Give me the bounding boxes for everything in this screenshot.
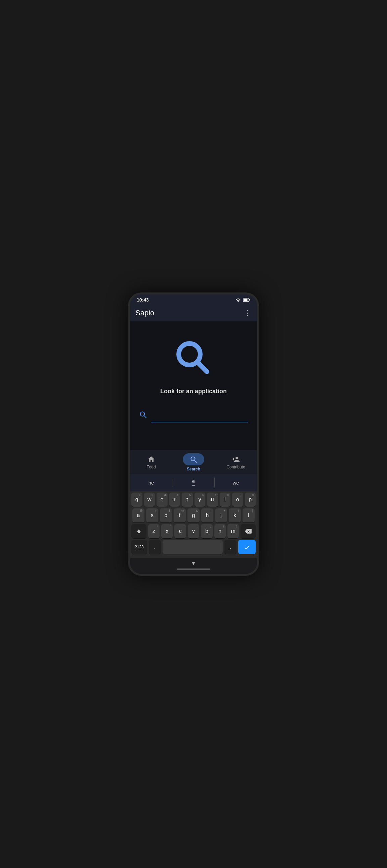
shift-icon: [136, 528, 142, 534]
key-z[interactable]: *z: [148, 524, 159, 538]
app-bar: Sapio ⋮: [130, 305, 257, 321]
key-v[interactable]: :v: [188, 524, 199, 538]
nav-item-contribute[interactable]: Contribute: [222, 455, 249, 469]
key-i[interactable]: 8i: [220, 493, 231, 507]
home-indicator: [177, 568, 210, 570]
search-nav-icon: [189, 455, 198, 463]
key-q[interactable]: 1q: [131, 493, 143, 507]
keyboard-row-1: 1q 2w 3e 4r 5t 6y 7u 8i 9o 0p: [131, 493, 256, 507]
key-w[interactable]: 2w: [144, 493, 155, 507]
search-input[interactable]: [151, 412, 247, 423]
battery-icon: [243, 298, 250, 302]
look-for-text: Look for an application: [160, 388, 227, 395]
bottom-nav: Feed Search Contribute: [130, 450, 257, 474]
key-e[interactable]: 3e: [156, 493, 168, 507]
svg-line-4: [197, 362, 207, 372]
key-m[interactable]: ?m: [228, 524, 239, 538]
nav-item-feed[interactable]: Feed: [138, 455, 165, 469]
suggestion-he[interactable]: he: [130, 476, 172, 490]
contribute-icon-wrap: [232, 455, 240, 463]
nav-item-search[interactable]: Search: [180, 453, 207, 471]
key-l[interactable]: )l: [242, 508, 255, 523]
key-backspace[interactable]: [241, 524, 256, 538]
search-input-container: [137, 411, 250, 423]
svg-line-8: [195, 460, 197, 462]
svg-rect-1: [243, 299, 247, 301]
main-content: Look for an application: [130, 321, 257, 450]
key-u[interactable]: 7u: [207, 493, 218, 507]
key-n[interactable]: !n: [214, 524, 226, 538]
nav-label-contribute: Contribute: [227, 465, 245, 469]
key-comma[interactable]: ,: [149, 540, 161, 554]
keyboard-row-4: ?123 , .: [131, 540, 256, 554]
key-enter[interactable]: [238, 540, 256, 554]
key-k[interactable]: (k: [229, 508, 241, 523]
key-numbers[interactable]: ?123: [131, 540, 147, 554]
key-o[interactable]: 9o: [232, 493, 243, 507]
suggestions-bar: he e ••• we: [130, 474, 257, 491]
keyboard-hide-icon[interactable]: ▼: [191, 560, 196, 566]
key-t[interactable]: 5t: [182, 493, 193, 507]
more-options-icon[interactable]: ⋮: [244, 309, 251, 317]
nav-label-search: Search: [187, 467, 200, 471]
keyboard: 1q 2w 3e 4r 5t 6y 7u 8i 9o 0p @a #s $d %…: [130, 491, 257, 558]
key-f[interactable]: %f: [174, 508, 186, 523]
keyboard-row-3: *z "x 'c :v ;b !n ?m: [131, 524, 256, 538]
key-shift[interactable]: [131, 524, 146, 538]
key-g[interactable]: &g: [187, 508, 200, 523]
key-y[interactable]: 6y: [195, 493, 206, 507]
key-d[interactable]: $d: [160, 508, 172, 523]
svg-rect-2: [249, 299, 250, 301]
keyboard-row-2: @a #s $d %f &g -h +j (k )l: [131, 508, 256, 523]
key-period[interactable]: .: [225, 540, 237, 554]
feed-icon-wrap: [147, 455, 155, 463]
suggestion-e[interactable]: e •••: [172, 474, 215, 491]
search-illustration: [173, 338, 214, 378]
status-icons: [236, 298, 250, 302]
check-icon: [243, 544, 250, 550]
gesture-bar: ▼: [130, 558, 257, 574]
backspace-icon: [245, 529, 251, 533]
person-add-icon: [232, 455, 240, 463]
status-time: 10:43: [137, 297, 149, 303]
status-bar: 10:43: [130, 294, 257, 305]
svg-line-6: [144, 415, 146, 418]
nav-label-feed: Feed: [146, 465, 155, 469]
wifi-icon: [236, 298, 241, 302]
key-r[interactable]: 4r: [169, 493, 180, 507]
key-c[interactable]: 'c: [174, 524, 186, 538]
home-icon: [147, 455, 155, 463]
key-a[interactable]: @a: [132, 508, 145, 523]
key-h[interactable]: -h: [201, 508, 213, 523]
app-title: Sapio: [136, 309, 154, 317]
search-input-icon: [140, 411, 147, 421]
key-j[interactable]: +j: [215, 508, 227, 523]
key-b[interactable]: ;b: [201, 524, 212, 538]
suggestion-we[interactable]: we: [215, 476, 257, 490]
key-x[interactable]: "x: [161, 524, 173, 538]
search-icon-wrap: [183, 453, 204, 465]
key-p[interactable]: 0p: [245, 493, 256, 507]
phone-frame: 10:43 Sapio ⋮ Look for an application: [128, 292, 259, 576]
key-s[interactable]: #s: [146, 508, 158, 523]
key-space[interactable]: [162, 540, 223, 554]
